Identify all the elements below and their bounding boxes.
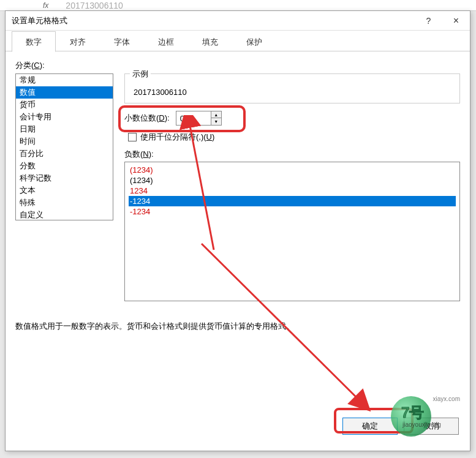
tab-protection[interactable]: 保护 xyxy=(232,31,276,52)
thousands-label-suffix: ) xyxy=(212,132,214,141)
tab-font[interactable]: 字体 xyxy=(100,31,144,52)
tab-alignment[interactable]: 对齐 xyxy=(56,31,100,52)
negative-item[interactable]: (1234) xyxy=(129,165,456,175)
negative-label-prefix: 负数( xyxy=(124,149,143,159)
formula-bar: fx 201713006110 xyxy=(0,0,476,11)
thousands-row[interactable]: 使用千位分隔符(,)(U) xyxy=(128,132,460,143)
help-button[interactable]: ? xyxy=(415,11,442,31)
negative-label: 负数(N): xyxy=(124,149,460,160)
category-label-prefix: 分类( xyxy=(15,61,34,70)
category-item[interactable]: 百分比 xyxy=(16,148,113,160)
category-item[interactable]: 时间 xyxy=(16,135,113,148)
category-item[interactable]: 科学记数 xyxy=(16,172,113,184)
category-item[interactable]: 会计专用 xyxy=(16,111,113,123)
decimal-label-hotkey: D xyxy=(159,113,164,122)
dialog-title: 设置单元格格式 xyxy=(12,15,415,26)
negative-label-suffix: ): xyxy=(149,149,154,159)
thousands-checkbox[interactable] xyxy=(128,133,137,141)
tab-border[interactable]: 边框 xyxy=(144,31,188,52)
category-item[interactable]: 货币 xyxy=(16,99,113,111)
sample-value: 201713006110 xyxy=(134,88,453,97)
decimal-input[interactable] xyxy=(176,111,211,125)
category-label-suffix: ): xyxy=(40,61,45,70)
close-button[interactable]: × xyxy=(442,11,470,31)
category-item[interactable]: 分数 xyxy=(16,160,113,172)
tab-bar: 数字 对齐 字体 边框 填充 保护 xyxy=(6,31,470,51)
tab-number[interactable]: 数字 xyxy=(12,31,56,52)
dialog-buttons: 确定 取消 xyxy=(342,418,459,435)
negative-item[interactable]: 1234 xyxy=(129,186,456,196)
decimal-row: 小数位数(D): ▲ ▼ xyxy=(124,111,460,126)
thousands-label: 使用千位分隔符(,)(U) xyxy=(140,132,214,143)
decimal-label-suffix: ): xyxy=(165,113,170,122)
category-listbox[interactable]: 常规数值货币会计专用日期时间百分比分数科学记数文本特殊自定义 xyxy=(15,73,113,220)
decimal-label: 小数位数(D): xyxy=(124,113,170,124)
negative-item[interactable]: -1234 xyxy=(129,206,456,217)
decimal-increment[interactable]: ▲ xyxy=(211,111,221,118)
decimal-label-prefix: 小数位数( xyxy=(124,113,159,122)
sample-fieldset: 示例 201713006110 xyxy=(124,73,460,103)
fx-label: fx xyxy=(43,1,48,10)
cancel-button[interactable]: 取消 xyxy=(404,418,459,435)
formula-value: 201713006110 xyxy=(66,1,123,10)
negative-item[interactable]: (1234) xyxy=(129,175,456,186)
thousands-label-hotkey: U xyxy=(206,132,212,141)
category-item[interactable]: 数值 xyxy=(16,86,113,99)
negative-item[interactable]: -1234 xyxy=(129,196,456,206)
decimal-decrement[interactable]: ▼ xyxy=(211,118,221,125)
negative-label-hotkey: N xyxy=(143,149,148,159)
category-label: 分类(C): xyxy=(15,60,460,71)
negative-listbox[interactable]: (1234)(1234)1234-1234-1234 xyxy=(124,162,460,301)
format-cells-dialog: 设置单元格格式 ? × 数字 对齐 字体 边框 填充 保护 分类(C): 常规数… xyxy=(5,10,470,451)
category-item[interactable]: 日期 xyxy=(16,123,113,135)
ok-button[interactable]: 确定 xyxy=(342,418,398,435)
sample-legend: 示例 xyxy=(130,69,151,80)
category-item[interactable]: 特殊 xyxy=(16,197,113,209)
decimal-spinner[interactable]: ▲ ▼ xyxy=(176,111,222,126)
thousands-label-prefix: 使用千位分隔符(,)( xyxy=(140,132,206,141)
titlebar: 设置单元格格式 ? × xyxy=(6,11,470,31)
format-description: 数值格式用于一般数字的表示。货币和会计格式则提供货币值计算的专用格式。 xyxy=(15,321,456,332)
category-item[interactable]: 文本 xyxy=(16,184,113,197)
category-item[interactable]: 常规 xyxy=(16,74,113,86)
tab-fill[interactable]: 填充 xyxy=(188,31,232,52)
category-item[interactable]: 自定义 xyxy=(16,209,113,220)
category-label-hotkey: C xyxy=(34,61,39,70)
